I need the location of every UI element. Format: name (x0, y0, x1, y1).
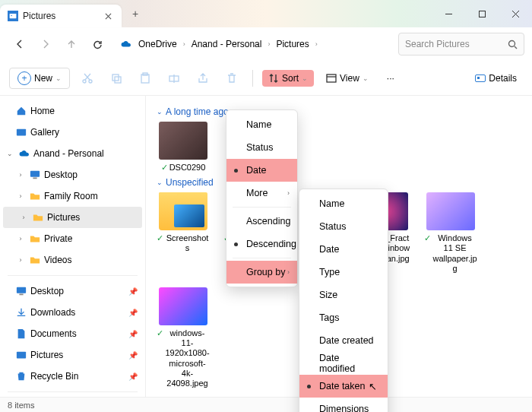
chevron-right-icon[interactable]: › (15, 235, 26, 242)
sidebar-item-quick-recycle[interactable]: Recycle Bin📌 (0, 366, 145, 387)
sidebar-item-pictures[interactable]: ›Pictures (3, 207, 142, 228)
breadcrumb[interactable]: OneDrive › Anand - Personal › Pictures › (116, 33, 392, 55)
menu-item-date[interactable]: Date (226, 159, 297, 182)
details-pane-button[interactable]: Details (469, 70, 523, 87)
group-by-menu: Name Status Date Type Size Tags Date cre… (299, 189, 388, 412)
crumb-personal[interactable]: Anand - Personal (188, 37, 265, 51)
up-button[interactable] (59, 32, 84, 56)
sidebar-item-personal[interactable]: ⌄Anand - Personal (0, 143, 145, 164)
sidebar-item-quick-desktop[interactable]: Desktop📌 (0, 280, 145, 302)
share-icon[interactable] (192, 67, 214, 90)
browser-tab[interactable]: Pictures (0, 5, 122, 27)
menu-item-size[interactable]: Size (299, 284, 388, 306)
menu-item-dimensions[interactable]: Dimensions (299, 398, 388, 412)
svg-rect-7 (115, 77, 121, 83)
menu-item-date-taken[interactable]: Date taken↖ (299, 375, 388, 398)
sidebar-item-home[interactable]: Home (0, 100, 145, 122)
chevron-down-icon: ⌄ (157, 179, 163, 186)
search-input[interactable]: Search Pictures (398, 33, 524, 55)
titlebar: Pictures + (0, 0, 532, 27)
statusbar: 8 items (0, 397, 532, 412)
sidebar-item-videos[interactable]: ›Videos (0, 249, 145, 271)
sidebar-item-desktop[interactable]: ›Desktop (0, 164, 145, 185)
sidebar-item-quick-downloads[interactable]: Downloads📌 (0, 302, 145, 323)
sidebar-item-quick-documents[interactable]: Documents📌 (0, 323, 145, 344)
chevron-right-icon[interactable]: › (183, 40, 185, 48)
search-icon (508, 40, 518, 49)
chevron-right-icon[interactable]: › (268, 40, 270, 48)
chevron-right-icon: › (287, 268, 290, 276)
file-item[interactable]: ✓Windows 11 SE wallpaper.jpg (424, 192, 477, 274)
chevron-right-icon[interactable]: › (18, 214, 29, 221)
menu-item-date-modified[interactable]: Date modified (299, 352, 388, 375)
svg-rect-2 (479, 11, 485, 17)
cut-icon[interactable] (76, 67, 99, 90)
file-item[interactable]: ✓windows-11-1920x1080-microsoft-4k-24098… (157, 287, 210, 388)
menu-item-status[interactable]: Status (299, 215, 388, 238)
svg-rect-6 (112, 74, 119, 81)
menu-item-name[interactable]: Name (299, 192, 388, 215)
svg-rect-12 (17, 129, 26, 136)
search-placeholder: Search Pictures (405, 39, 503, 49)
separator (8, 275, 138, 276)
sidebar-item-gallery[interactable]: Gallery (0, 122, 145, 143)
documents-icon (15, 328, 27, 340)
menu-item-type[interactable]: Type (299, 261, 388, 284)
chevron-right-icon: › (287, 189, 290, 197)
svg-point-1 (11, 15, 12, 17)
chevron-down-icon[interactable]: ⌄ (5, 150, 15, 157)
sync-status-icon: ✓ (157, 233, 163, 243)
minimize-button[interactable] (432, 0, 465, 27)
close-window-button[interactable] (499, 0, 532, 27)
folder-item[interactable]: ✓Screenshots (157, 192, 210, 274)
menu-item-more[interactable]: More› (226, 182, 297, 204)
chevron-down-icon: ⌄ (363, 74, 369, 82)
file-item[interactable]: ✓DSC0290 (157, 122, 210, 173)
paste-icon[interactable] (134, 67, 157, 90)
rename-icon[interactable] (163, 67, 185, 90)
desktop-icon (29, 169, 41, 181)
crumb-onedrive[interactable]: OneDrive (135, 37, 180, 51)
folder-icon (29, 254, 41, 266)
svg-point-3 (509, 40, 515, 46)
window-controls (432, 0, 532, 27)
view-button[interactable]: View ⌄ (320, 70, 375, 87)
thumbnail (159, 122, 207, 160)
svg-rect-13 (30, 171, 40, 177)
menu-item-date-created[interactable]: Date created (299, 329, 388, 352)
sidebar-item-family-room[interactable]: ›Family Room (0, 185, 145, 207)
chevron-right-icon[interactable]: › (15, 256, 26, 264)
menu-item-tags[interactable]: Tags (299, 306, 388, 329)
close-tab-icon[interactable] (102, 10, 114, 22)
refresh-button[interactable] (85, 32, 109, 56)
sidebar-item-private[interactable]: ›Private (0, 228, 145, 249)
group-header-unspecified[interactable]: ⌄Unspecified (157, 177, 521, 188)
sidebar-item-quick-pictures[interactable]: Pictures📌 (0, 344, 145, 366)
delete-icon[interactable] (220, 67, 243, 90)
chevron-right-icon[interactable]: › (315, 40, 318, 48)
menu-item-group-by[interactable]: Group by› (226, 261, 297, 284)
back-button[interactable] (8, 32, 32, 56)
group-header-long-ago[interactable]: ⌄A long time ago (157, 106, 521, 117)
recycle-bin-icon (15, 370, 27, 382)
new-tab-button[interactable]: + (125, 3, 146, 24)
pin-icon: 📌 (128, 287, 138, 296)
chevron-right-icon[interactable]: › (15, 171, 26, 179)
radio-selected-icon (234, 242, 238, 246)
new-button[interactable]: + New ⌄ (9, 68, 70, 89)
more-button[interactable]: ··· (381, 70, 401, 87)
sort-button[interactable]: Sort ⌄ (262, 70, 314, 87)
menu-item-name[interactable]: Name (226, 113, 297, 136)
menu-item-ascending[interactable]: Ascending (226, 210, 297, 233)
crumb-pictures[interactable]: Pictures (273, 37, 312, 51)
maximize-button[interactable] (465, 0, 499, 27)
menu-item-descending[interactable]: Descending (226, 233, 297, 255)
chevron-right-icon[interactable]: › (15, 192, 26, 200)
menu-item-date[interactable]: Date (299, 238, 388, 261)
copy-icon[interactable] (105, 67, 128, 90)
menu-item-status[interactable]: Status (226, 136, 297, 159)
svg-rect-8 (141, 74, 149, 83)
svg-rect-15 (17, 287, 26, 293)
forward-button[interactable] (33, 32, 58, 56)
downloads-icon (15, 306, 27, 319)
